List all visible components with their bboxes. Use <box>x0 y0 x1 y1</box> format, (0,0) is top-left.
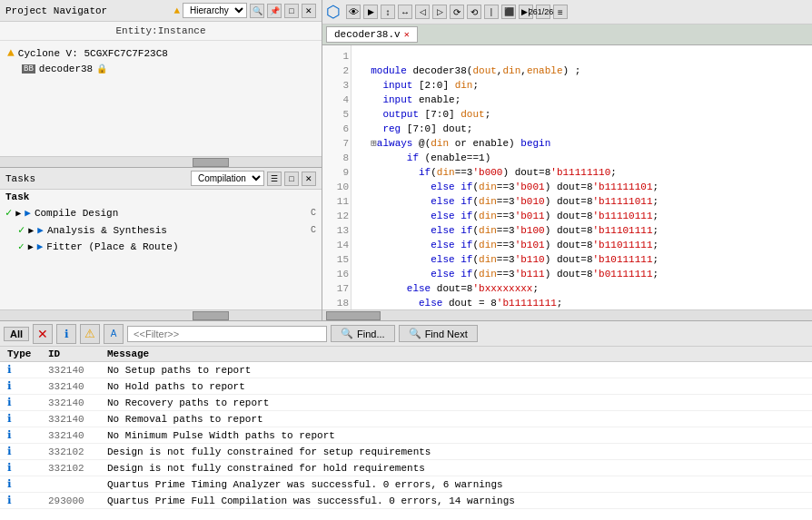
header-controls: ▲ Hierarchy 🔍 📌 □ ✕ <box>173 3 316 18</box>
top-area: Project Navigator ▲ Hierarchy 🔍 📌 □ ✕ En… <box>0 0 812 320</box>
msg-id-cell: 332102 <box>41 460 100 476</box>
device-label: Cyclone V: 5CGXFC7C7F23C8 <box>18 48 168 59</box>
block-icon: BB <box>22 64 35 74</box>
tasks-header: Tasks Compilation ☰ □ ✕ <box>0 168 322 190</box>
messages-table: Type ID Message ℹ332140No Setup paths to… <box>0 347 812 509</box>
project-navigator: Project Navigator ▲ Hierarchy 🔍 📌 □ ✕ En… <box>0 0 322 168</box>
hierarchy-select[interactable]: Hierarchy <box>183 3 247 18</box>
msg-type-cell: ℹ <box>0 378 41 395</box>
expand-arrow-3[interactable]: ▶ <box>28 241 34 252</box>
msg-type-cell: ℹ <box>0 493 41 509</box>
tasks-hscroll-thumb <box>193 311 229 320</box>
msg-type-cell: ℹ <box>0 411 41 427</box>
expand-arrow[interactable]: ▶ <box>15 208 21 219</box>
filter-btn-1[interactable]: ℹ <box>56 324 76 344</box>
tab-filename: decoder38.v <box>334 29 401 40</box>
col-type: Type <box>0 347 41 362</box>
tab-close-btn[interactable]: ✕ <box>404 29 410 40</box>
msg-id-cell: 332140 <box>41 427 100 444</box>
expand-btn[interactable]: □ <box>284 4 299 18</box>
project-tree: ▲ Cyclone V: 5CGXFC7C7F23C8 BB decoder38… <box>0 41 322 156</box>
all-button[interactable]: All <box>4 327 29 341</box>
toolbar-btn-7[interactable]: ⟳ <box>450 5 464 19</box>
binoculars-next-icon: 🔍 <box>409 328 421 339</box>
nav-hscroll-thumb <box>193 158 229 167</box>
toolbar-btn-1[interactable]: 👁 <box>346 5 361 19</box>
partial-icon: ✓ <box>18 240 25 252</box>
table-row: ℹ293000Quartus Prime Full Compilation wa… <box>0 493 812 509</box>
clear-btn[interactable]: ✕ <box>33 324 53 344</box>
compilation-select[interactable]: Compilation <box>191 171 264 186</box>
check-icon: ✓ <box>5 206 12 220</box>
task-compile-design[interactable]: ✓ ▶ ▶ Compile Design C <box>0 204 322 221</box>
pin-btn[interactable]: 📌 <box>267 4 282 18</box>
msg-text-cell: No Recovery paths to report <box>100 395 812 411</box>
find-button[interactable]: 🔍 Find... <box>331 325 395 342</box>
search-icon-btn[interactable]: 🔍 <box>250 4 264 18</box>
toolbar-btn-8[interactable]: ⟲ <box>467 5 481 19</box>
find-next-label: Find Next <box>425 329 468 339</box>
filter-btn-3[interactable]: A <box>104 324 124 344</box>
app-logo: ⬡ <box>326 2 341 22</box>
project-navigator-header: Project Navigator ▲ Hierarchy 🔍 📌 □ ✕ <box>0 0 322 22</box>
entity-instance-label: Entity:Instance <box>0 22 322 41</box>
table-row: ℹ332140No Hold paths to report <box>0 378 812 395</box>
expand-arrow-2[interactable]: ▶ <box>28 225 34 236</box>
toolbar-btn-3[interactable]: ↕ <box>381 5 395 19</box>
check-icon-2: ✓ <box>18 223 25 237</box>
task-analysis[interactable]: ✓ ▶ ▶ Analysis & Synthesis C <box>0 221 322 239</box>
play-icon: ▶ <box>25 207 31 219</box>
device-item[interactable]: ▲ Cyclone V: 5CGXFC7C7F23C8 <box>4 44 318 62</box>
triangle-icon: ▲ <box>173 5 180 16</box>
toolbar-btn-9[interactable]: | <box>484 5 499 19</box>
find-next-button[interactable]: 🔍 Find Next <box>399 325 478 342</box>
play-icon-3: ▶ <box>37 240 44 252</box>
msg-id-cell: 332140 <box>41 411 100 427</box>
bottom-toolbar: All ✕ ℹ ⚠ A 🔍 Find... 🔍 Find Next <box>0 321 812 347</box>
table-row: ℹ332140No Removal paths to report <box>0 411 812 427</box>
table-row: ℹ332140No Setup paths to report <box>0 362 812 378</box>
bottom-panel: All ✕ ℹ ⚠ A 🔍 Find... 🔍 Find Next Type I… <box>0 320 812 520</box>
code-hscroll-thumb <box>326 311 381 320</box>
left-panel: Project Navigator ▲ Hierarchy 🔍 📌 □ ✕ En… <box>0 0 322 320</box>
msg-id-cell <box>41 476 100 493</box>
msg-id-cell: 332140 <box>41 378 100 395</box>
code-content[interactable]: module decoder38(dout,din,enable) ; inpu… <box>352 45 812 309</box>
toolbar-btn-12[interactable]: 261/268 <box>536 5 550 19</box>
tasks-pin-btn[interactable]: ☰ <box>267 172 282 186</box>
toolbar-btn-2[interactable]: ▶ <box>363 5 378 19</box>
task-col-header: Task <box>5 191 60 202</box>
tasks-close-btn[interactable]: ✕ <box>302 172 316 186</box>
tasks-hscroll[interactable] <box>0 309 322 320</box>
tasks-panel: Tasks Compilation ☰ □ ✕ Task ✓ <box>0 168 322 320</box>
project-navigator-title: Project Navigator <box>5 5 107 16</box>
filter-btn-2[interactable]: ⚠ <box>80 324 100 344</box>
toolbar-btn-6[interactable]: ▷ <box>432 5 447 19</box>
msg-type-cell: ℹ <box>0 476 41 493</box>
info-icon: ℹ <box>7 462 12 475</box>
msg-id-cell: 332140 <box>41 362 100 378</box>
msg-text-cell: No Minimum Pulse Width paths to report <box>100 427 812 444</box>
close-btn[interactable]: ✕ <box>302 4 316 18</box>
nav-hscroll[interactable] <box>0 156 322 167</box>
info-icon: ℹ <box>7 364 12 377</box>
tasks-expand-btn[interactable]: □ <box>284 172 299 186</box>
msg-type-cell: ℹ <box>0 444 41 460</box>
code-hscroll[interactable] <box>322 309 812 320</box>
toolbar-btn-5[interactable]: ◁ <box>415 5 430 19</box>
table-row: ℹ Quartus Prime Timing Analyzer was succ… <box>0 476 812 493</box>
decoder-tab[interactable]: decoder38.v ✕ <box>326 26 418 43</box>
msg-text-cell: No Setup paths to report <box>100 362 812 378</box>
app-toolbar: ⬡ 👁 ▶ ↕ ↔ ◁ ▷ ⟳ ⟲ | ⬛ ▶| 261/268 ≡ <box>322 0 812 25</box>
filter-input[interactable] <box>127 326 327 342</box>
toolbar-btn-13[interactable]: ≡ <box>553 5 568 19</box>
msg-id-cell: 332140 <box>41 395 100 411</box>
info-icon: ℹ <box>7 413 12 426</box>
toolbar-btn-4[interactable]: ↔ <box>398 5 412 19</box>
table-row: ℹ332102Design is not fully constrained f… <box>0 444 812 460</box>
toolbar-btn-10[interactable]: ⬛ <box>501 5 516 19</box>
msg-text-cell: Design is not fully constrained for hold… <box>100 460 812 476</box>
tasks-body: ✓ ▶ ▶ Compile Design C ✓ ▶ ▶ Analysis & … <box>0 204 322 309</box>
project-file-item[interactable]: BB decoder38 🔒 <box>4 62 318 76</box>
task-fitter[interactable]: ✓ ▶ ▶ Fitter (Place & Route) <box>0 239 322 254</box>
